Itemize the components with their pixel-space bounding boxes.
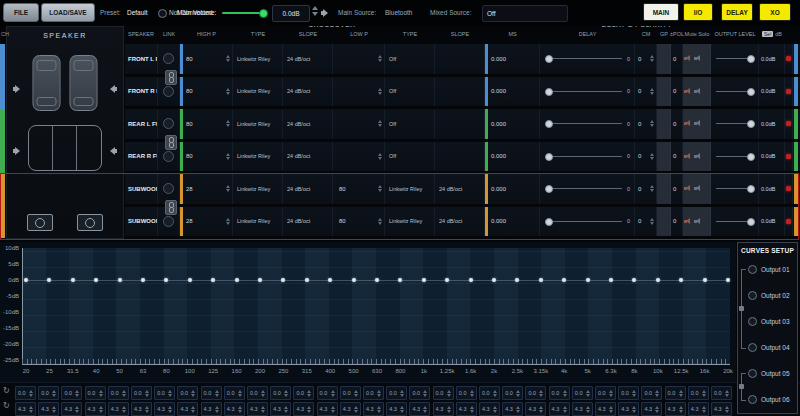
- output-group-link-icon[interactable]: [739, 384, 744, 389]
- view-button-delay[interactable]: DELAY: [721, 3, 753, 21]
- eq-band-q-field[interactable]: 4.3: [479, 402, 500, 416]
- eq-band-gain-field[interactable]: 0.0: [61, 386, 82, 400]
- view-button-xo[interactable]: XO: [759, 3, 791, 21]
- polarity-cell[interactable]: 0: [671, 142, 683, 172]
- plot-area[interactable]: [22, 248, 730, 364]
- radio-icon[interactable]: [748, 291, 757, 300]
- delay-ms-cell[interactable]: 0.000: [485, 174, 540, 204]
- eq-band-q-field[interactable]: 4.3: [595, 402, 616, 416]
- stepper-icon[interactable]: [122, 390, 126, 397]
- stepper-icon[interactable]: [632, 406, 636, 413]
- stepper-icon[interactable]: [632, 390, 636, 397]
- subwoofer2-icon[interactable]: [77, 214, 103, 231]
- highpass-freq-cell[interactable]: 80: [180, 44, 233, 74]
- subwoofer1-icon[interactable]: [27, 214, 53, 231]
- rear-left-speaker-icon[interactable]: [13, 141, 23, 159]
- stepper-icon[interactable]: [284, 406, 288, 413]
- main-volume-knob[interactable]: [259, 9, 268, 18]
- stepper-icon[interactable]: [650, 185, 654, 192]
- eq-band-q-field[interactable]: 4.3: [38, 402, 59, 416]
- eq-curve-point[interactable]: [422, 278, 426, 282]
- file-button[interactable]: FILE: [3, 3, 39, 22]
- stepper-icon[interactable]: [261, 390, 265, 397]
- highpass-slope-cell[interactable]: 24 dB/oct: [283, 77, 333, 107]
- eq-band-gain-field[interactable]: 0.0: [224, 386, 245, 400]
- output-level-slider[interactable]: [716, 156, 753, 157]
- view-button-main[interactable]: MAIN: [643, 3, 679, 21]
- delay-slider[interactable]: [545, 58, 622, 59]
- stepper-icon[interactable]: [400, 406, 404, 413]
- stepper-icon[interactable]: [99, 406, 103, 413]
- eq-band-q-field[interactable]: 4.3: [711, 402, 732, 416]
- polarity-cell[interactable]: 0: [671, 109, 683, 139]
- stepper-icon[interactable]: [122, 406, 126, 413]
- stepper-icon[interactable]: [75, 406, 79, 413]
- eq-band-gain-field[interactable]: 0.0: [479, 386, 500, 400]
- eq-band-gain-field[interactable]: 0.0: [525, 386, 546, 400]
- delay-slider[interactable]: [545, 91, 622, 92]
- curves-output-item-1[interactable]: Output 01: [748, 265, 790, 274]
- eq-band-q-field[interactable]: 4.3: [293, 402, 314, 416]
- delay-slider[interactable]: [545, 156, 622, 157]
- highpass-slope-cell[interactable]: 24 dB/oct: [283, 174, 333, 204]
- stepper-icon[interactable]: [470, 390, 474, 397]
- link-icon[interactable]: [163, 53, 174, 64]
- volume-stepper[interactable]: [312, 6, 318, 16]
- eq-curve-point[interactable]: [726, 278, 730, 282]
- eq-curve-point[interactable]: [656, 278, 660, 282]
- stepper-icon[interactable]: [609, 390, 613, 397]
- eq-curve-point[interactable]: [71, 278, 75, 282]
- stepper-icon[interactable]: [226, 153, 230, 160]
- lowpass-freq-cell[interactable]: [333, 44, 385, 74]
- highpass-freq-cell[interactable]: 80: [180, 142, 233, 172]
- delay-ms-cell[interactable]: 0.000: [485, 77, 540, 107]
- stepper-icon[interactable]: [168, 406, 172, 413]
- eq-curve-point[interactable]: [703, 278, 707, 282]
- lowpass-freq-cell[interactable]: [333, 142, 385, 172]
- eq-band-q-field[interactable]: 4.3: [131, 402, 152, 416]
- radio-icon[interactable]: [748, 265, 757, 274]
- stepper-icon[interactable]: [447, 390, 451, 397]
- curves-output-item-6[interactable]: Output 06: [748, 395, 790, 404]
- lowpass-type-cell[interactable]: Off: [385, 44, 435, 74]
- group-button[interactable]: [657, 44, 671, 74]
- stepper-icon[interactable]: [238, 406, 242, 413]
- eq-band-gain-field[interactable]: 0.0: [317, 386, 338, 400]
- stepper-icon[interactable]: [215, 390, 219, 397]
- polarity-cell[interactable]: 0: [671, 207, 683, 237]
- lowpass-freq-cell[interactable]: 80: [333, 174, 385, 204]
- stepper-icon[interactable]: [99, 390, 103, 397]
- stepper-icon[interactable]: [378, 185, 382, 192]
- eq-band-q-field[interactable]: 4.3: [502, 402, 523, 416]
- highpass-type-cell[interactable]: Linkwitz Riley: [233, 207, 283, 237]
- eq-band-q-field[interactable]: 4.3: [247, 402, 268, 416]
- delay-slider[interactable]: [545, 221, 622, 222]
- stepper-icon[interactable]: [168, 390, 172, 397]
- stepper-icon[interactable]: [377, 406, 381, 413]
- eq-band-gain-field[interactable]: 0.0: [688, 386, 709, 400]
- eq-band-q-field[interactable]: 4.3: [409, 402, 430, 416]
- delay-cm-cell[interactable]: 0: [635, 109, 657, 139]
- group-button[interactable]: [657, 77, 671, 107]
- eq-band-gain-field[interactable]: 0.0: [665, 386, 686, 400]
- select-all-button[interactable]: Sel: [762, 31, 773, 37]
- stepper-icon[interactable]: [226, 55, 230, 62]
- stepper-icon[interactable]: [378, 153, 382, 160]
- eq-curve-point[interactable]: [352, 278, 356, 282]
- output-level-knob[interactable]: [747, 120, 755, 128]
- eq-band-q-field[interactable]: 4.3: [618, 402, 639, 416]
- lowpass-freq-cell[interactable]: [333, 77, 385, 107]
- stepper-icon[interactable]: [331, 390, 335, 397]
- stepper-icon[interactable]: [516, 406, 520, 413]
- load-save-button[interactable]: LOAD/SAVE: [41, 3, 95, 22]
- lowpass-slope-cell[interactable]: [435, 142, 485, 172]
- eq-band-q-field[interactable]: 4.3: [154, 402, 175, 416]
- delay-ms-cell[interactable]: 0.000: [485, 142, 540, 172]
- link-icon[interactable]: [163, 118, 174, 129]
- stepper-icon[interactable]: [226, 218, 230, 225]
- stepper-icon[interactable]: [470, 406, 474, 413]
- delay-slider-knob[interactable]: [545, 88, 553, 96]
- eq-band-gain-field[interactable]: 0.0: [131, 386, 152, 400]
- eq-band-gain-field[interactable]: 0.0: [711, 386, 732, 400]
- eq-band-q-field[interactable]: 4.3: [549, 402, 570, 416]
